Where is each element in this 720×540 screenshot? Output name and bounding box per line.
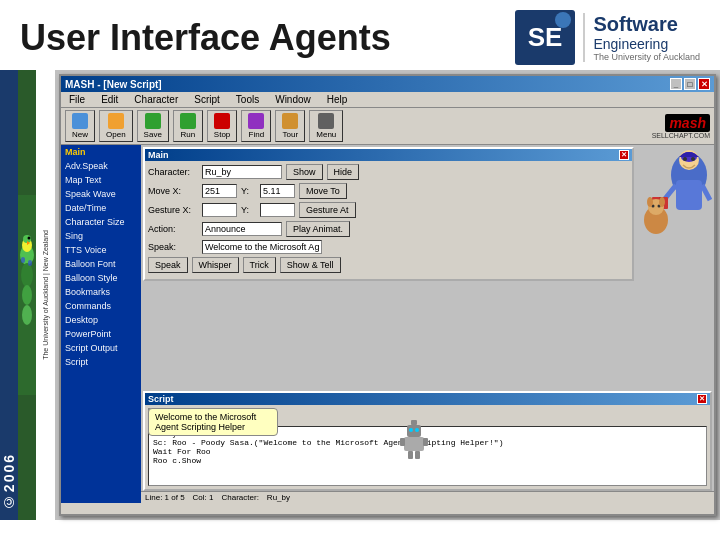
svg-point-33 <box>415 428 419 432</box>
gesture-x-input[interactable] <box>202 203 237 217</box>
speak-button[interactable]: Speak <box>148 257 188 273</box>
nav-speak-wave[interactable]: Speak Wave <box>61 187 141 201</box>
tour-icon <box>282 113 298 129</box>
toolbar-tour-label: Tour <box>283 130 299 139</box>
nav-tts-voice[interactable]: TTS Voice <box>61 243 141 257</box>
mash-window: MASH - [New Script] _ □ ✕ File Edit Char… <box>59 74 716 516</box>
toolbar-save-button[interactable]: Save <box>137 110 169 142</box>
menu-script[interactable]: Script <box>190 93 224 106</box>
nav-balloon-style[interactable]: Balloon Style <box>61 271 141 285</box>
svg-point-30 <box>659 197 665 207</box>
toolbar-new-label: New <box>72 130 88 139</box>
toolbar-find-button[interactable]: Find <box>241 110 271 142</box>
status-character: Character: <box>222 493 259 502</box>
toolbar-stop-button[interactable]: Stop <box>207 110 237 142</box>
move-x-input[interactable] <box>202 184 237 198</box>
nav-balloon-font[interactable]: Balloon Font <box>61 257 141 271</box>
nav-map-text[interactable]: Map Text <box>61 173 141 187</box>
svg-text:SE: SE <box>528 22 563 52</box>
show-button[interactable]: Show <box>286 164 323 180</box>
hide-button[interactable]: Hide <box>327 164 360 180</box>
svg-rect-38 <box>415 451 420 459</box>
move-to-button[interactable]: Move To <box>299 183 347 199</box>
minimize-button[interactable]: _ <box>670 78 682 90</box>
parrot-decoration-icon <box>18 70 36 520</box>
gesture-at-button[interactable]: Gesture At <box>299 202 356 218</box>
nav-sing[interactable]: Sing <box>61 229 141 243</box>
gesture-y-label: Y: <box>241 205 256 215</box>
content-area: ©2006 <box>0 70 720 520</box>
svg-rect-39 <box>411 420 417 425</box>
svg-point-11 <box>22 305 32 325</box>
find-icon <box>248 113 264 129</box>
logo-text-area: Software Engineering The University of A… <box>583 13 700 62</box>
script-dialog-content: Add and Speak Welcome to the Microsoft A… <box>145 405 710 489</box>
genie-character-icon <box>634 145 712 245</box>
status-char-value: Ru_by <box>267 493 290 502</box>
menu-edit[interactable]: Edit <box>97 93 122 106</box>
open-icon <box>108 113 124 129</box>
logo-software-text: Software <box>593 13 700 36</box>
nav-adv-speak[interactable]: Adv.Speak <box>61 159 141 173</box>
tooltip-text: Welcome to the Microsoft Agent Scripting… <box>155 412 256 432</box>
move-y-input[interactable] <box>260 184 295 198</box>
script-dialog-controls: ✕ <box>697 394 707 404</box>
menu-help[interactable]: Help <box>323 93 352 106</box>
year-text: ©2006 <box>1 453 17 510</box>
mash-logo-sub: SELLCHAPT.COM <box>652 132 710 139</box>
toolbar-menu-button[interactable]: Menu <box>309 110 343 142</box>
toolbar-open-button[interactable]: Open <box>99 110 133 142</box>
logo-engineering-text: Engineering <box>593 36 700 52</box>
character-label: Character: <box>148 167 198 177</box>
toolbar-run-button[interactable]: Run <box>173 110 203 142</box>
nav-script-output[interactable]: Script Output <box>61 341 141 355</box>
svg-point-10 <box>22 285 32 305</box>
parrot-sidebar <box>18 70 36 520</box>
nav-commands[interactable]: Commands <box>61 299 141 313</box>
year-sidebar: ©2006 <box>0 70 18 520</box>
menu-window[interactable]: Window <box>271 93 315 106</box>
svg-point-29 <box>647 197 653 207</box>
gesture-x-label: Gesture X: <box>148 205 198 215</box>
nav-powerpoint[interactable]: PowerPoint <box>61 327 141 341</box>
show-tell-button[interactable]: Show & Tell <box>280 257 341 273</box>
nav-character-size[interactable]: Character Size <box>61 215 141 229</box>
play-anim-button[interactable]: Play Animat. <box>286 221 350 237</box>
svg-rect-34 <box>404 437 424 451</box>
speak-input[interactable] <box>202 240 322 254</box>
tooltip-balloon: Welcome to the Microsoft Agent Scripting… <box>148 408 278 436</box>
gesture-y-input[interactable] <box>260 203 295 217</box>
main-dialog-close[interactable]: ✕ <box>619 150 629 160</box>
character-input[interactable] <box>202 165 282 179</box>
menu-file[interactable]: File <box>65 93 89 106</box>
toolbar-new-button[interactable]: New <box>65 110 95 142</box>
svg-point-7 <box>28 237 31 240</box>
page-title: User Interface Agents <box>20 17 391 59</box>
maximize-button[interactable]: □ <box>684 78 696 90</box>
nav-main[interactable]: Main <box>61 145 141 159</box>
logo-area: SE Software Engineering The University o… <box>515 10 700 65</box>
main-dialog-controls: ✕ <box>619 150 629 160</box>
nav-desktop[interactable]: Desktop <box>61 313 141 327</box>
script-dialog-title: Script <box>148 394 174 404</box>
menu-tools[interactable]: Tools <box>232 93 263 106</box>
toolbar-tour-button[interactable]: Tour <box>275 110 305 142</box>
toolbar: New Open Save Run <box>61 108 714 145</box>
script-dialog-close[interactable]: ✕ <box>697 394 707 404</box>
whisper-button[interactable]: Whisper <box>192 257 239 273</box>
toolbar-menu-label: Menu <box>316 130 336 139</box>
script-dialog: Script ✕ Add and Speak <box>143 391 712 491</box>
new-icon <box>72 113 88 129</box>
toolbar-run-label: Run <box>180 130 195 139</box>
nav-date-time[interactable]: Date/Time <box>61 201 141 215</box>
action-input[interactable] <box>202 222 282 236</box>
nz-label: The University of Auckland | New Zealand <box>42 230 49 360</box>
trick-button[interactable]: Trick <box>243 257 276 273</box>
svg-line-21 <box>702 185 710 200</box>
menu-character[interactable]: Character <box>130 93 182 106</box>
menu-bar: File Edit Character Script Tools Window … <box>61 92 714 108</box>
nav-bookmarks[interactable]: Bookmarks <box>61 285 141 299</box>
nav-script[interactable]: Script <box>61 355 141 369</box>
close-button[interactable]: ✕ <box>698 78 710 90</box>
status-col: Col: 1 <box>193 493 214 502</box>
